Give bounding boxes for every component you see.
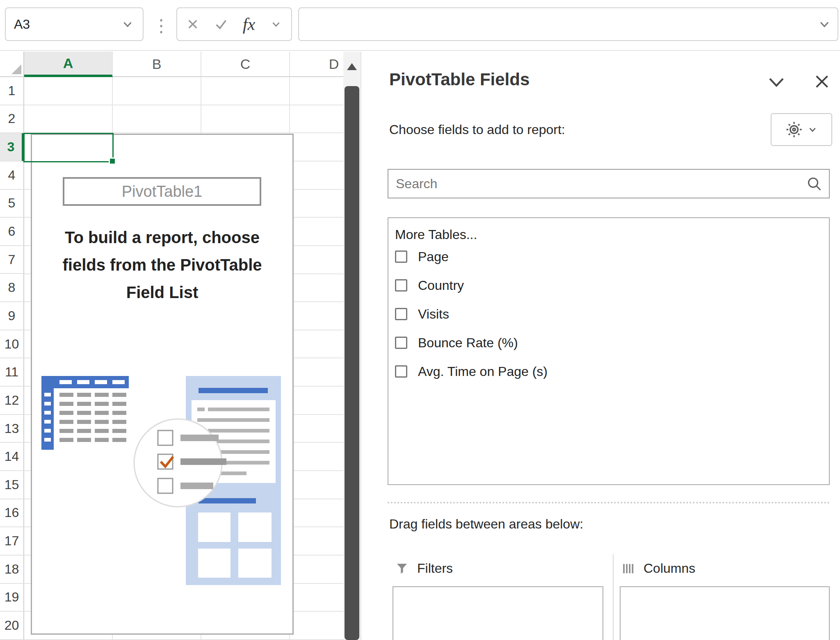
pivot-name-box: PivotTable1 <box>63 177 261 206</box>
row-header[interactable]: 10 <box>0 330 24 359</box>
pane-collapse-chevron-icon[interactable] <box>766 73 787 91</box>
name-box-chevron-icon[interactable] <box>121 17 135 31</box>
choose-fields-label: Choose fields to add to report: <box>389 122 565 137</box>
message-line: To build a report, choose <box>32 224 292 251</box>
field-label: Page <box>418 249 449 264</box>
columns-drop-area[interactable] <box>620 586 830 640</box>
field-item[interactable]: Page <box>395 242 829 271</box>
column-header[interactable]: C <box>201 52 290 77</box>
row-header[interactable]: 17 <box>0 527 24 556</box>
name-box[interactable]: A3 <box>5 7 144 41</box>
field-checkbox[interactable] <box>395 308 407 320</box>
filters-drop-area[interactable] <box>393 586 603 640</box>
search-input[interactable] <box>395 176 806 192</box>
cancel-icon[interactable] <box>186 18 199 31</box>
field-item[interactable]: Avg. Time on Page (s) <box>395 357 829 386</box>
formula-bar-expand-chevron-icon[interactable] <box>817 17 832 32</box>
filter-funnel-icon <box>395 562 409 576</box>
worksheet: A B C D 1 2 3 4 5 6 7 <box>0 52 343 640</box>
field-label: Bounce Rate (%) <box>418 335 518 351</box>
field-checkbox[interactable] <box>395 251 407 263</box>
column-header[interactable]: A <box>24 52 113 77</box>
row-header[interactable]: 5 <box>0 190 24 218</box>
table-icon <box>41 376 129 450</box>
more-tables-link[interactable]: More Tables... <box>395 227 829 242</box>
field-checkbox[interactable] <box>395 337 407 349</box>
fx-chevron-icon[interactable] <box>270 18 282 30</box>
search-icon <box>806 175 822 192</box>
insert-function-icon[interactable]: fx <box>243 14 255 34</box>
areas-vertical-divider <box>613 554 614 640</box>
pivot-placeholder-illustration <box>38 372 284 588</box>
field-label: Country <box>418 278 464 293</box>
row-header[interactable]: 18 <box>0 556 24 584</box>
row-header[interactable]: 2 <box>0 105 24 134</box>
field-item[interactable]: Bounce Rate (%) <box>395 328 829 357</box>
formula-bar-drag-handle-icon[interactable]: ⋮ <box>153 0 170 51</box>
columns-bars-icon <box>621 562 635 576</box>
gear-icon <box>785 121 803 139</box>
row-header[interactable]: 20 <box>0 612 24 640</box>
columns-area-label: Columns <box>644 561 695 576</box>
pane-close-icon[interactable] <box>813 72 831 91</box>
row-header[interactable]: 3 <box>0 133 24 162</box>
row-header[interactable]: 12 <box>0 387 24 415</box>
field-checkbox[interactable] <box>395 365 407 378</box>
field-label: Visits <box>418 307 449 322</box>
excel-window: A3 ⋮ fx <box>0 0 840 640</box>
enter-check-icon[interactable] <box>214 17 228 31</box>
tools-button[interactable] <box>771 113 832 146</box>
columns-area-header: Columns <box>621 561 695 576</box>
pivottable-fields-pane: PivotTable Fields Choose fields to add t… <box>361 52 840 640</box>
field-label: Avg. Time on Page (s) <box>418 364 548 379</box>
message-line: fields from the PivotTable <box>32 251 292 279</box>
row-header[interactable]: 14 <box>0 443 24 471</box>
column-headers: A B C D <box>24 52 343 77</box>
row-header[interactable]: 7 <box>0 246 24 274</box>
formula-bar: A3 ⋮ fx <box>0 0 840 51</box>
row-header[interactable]: 9 <box>0 302 24 330</box>
name-box-value: A3 <box>14 17 30 32</box>
row-headers: 1 2 3 4 5 6 7 8 9 10 11 12 <box>0 77 24 640</box>
tools-chevron-icon <box>807 124 818 135</box>
row-header[interactable]: 16 <box>0 499 24 528</box>
row-header[interactable]: 19 <box>0 584 24 612</box>
column-header[interactable]: D <box>290 52 343 77</box>
filters-area-label: Filters <box>417 561 453 576</box>
vertical-scrollbar[interactable] <box>343 52 361 640</box>
selected-cell-a3[interactable] <box>23 133 114 162</box>
pane-title: PivotTable Fields <box>389 70 530 89</box>
formula-input[interactable] <box>298 7 838 41</box>
formula-buttons: fx <box>176 7 292 41</box>
row-header[interactable]: 1 <box>0 77 24 105</box>
pivot-placeholder-message: To build a report, choose fields from th… <box>32 224 292 306</box>
select-all-corner[interactable] <box>0 52 24 77</box>
row-header[interactable]: 15 <box>0 471 24 499</box>
field-list: More Tables... Page Country Visits <box>388 217 830 485</box>
filters-area-header: Filters <box>395 561 453 576</box>
scroll-up-arrow-icon[interactable] <box>347 63 357 70</box>
pane-dotted-divider <box>388 502 830 503</box>
fill-handle[interactable] <box>109 157 116 165</box>
field-item[interactable]: Country <box>395 271 829 300</box>
field-checkbox[interactable] <box>395 279 407 292</box>
row-header[interactable]: 11 <box>0 358 24 387</box>
column-header[interactable]: B <box>113 52 201 77</box>
drag-fields-label: Drag fields between areas below: <box>389 517 583 532</box>
row-header[interactable]: 4 <box>0 162 24 190</box>
select-all-triangle-icon <box>11 64 21 74</box>
scrollbar-thumb[interactable] <box>345 86 359 640</box>
message-line: Field List <box>32 279 292 306</box>
field-item[interactable]: Visits <box>395 300 829 328</box>
row-header[interactable]: 8 <box>0 274 24 302</box>
search-box <box>388 169 830 198</box>
row-header[interactable]: 6 <box>0 218 24 246</box>
pivot-placeholder: PivotTable1 To build a report, choose fi… <box>31 134 294 635</box>
row-header[interactable]: 13 <box>0 415 24 443</box>
